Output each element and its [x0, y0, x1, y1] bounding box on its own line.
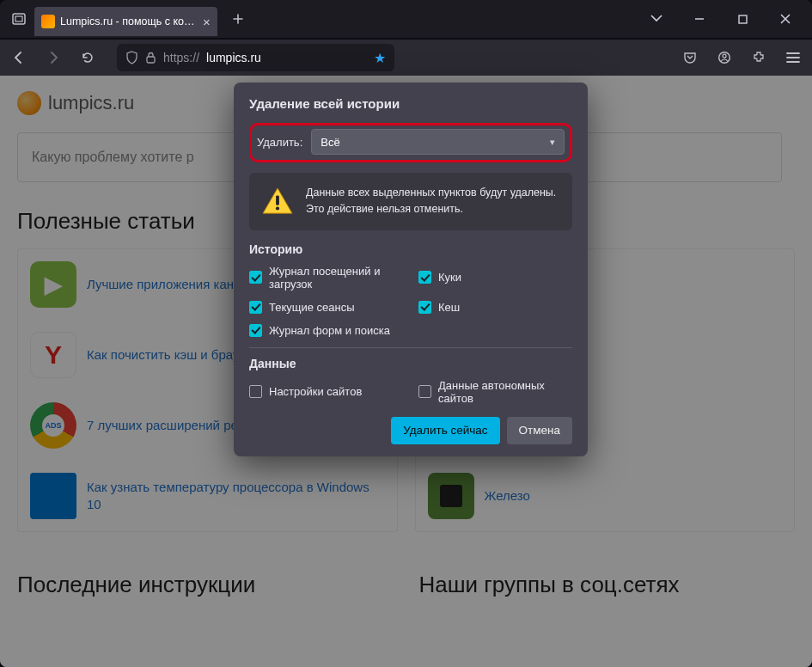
section-history-label: Историю	[249, 242, 572, 256]
new-tab-button[interactable]	[226, 7, 250, 31]
maximize-button[interactable]	[723, 1, 762, 37]
checkbox-visits[interactable]: Журнал посещений и загрузок	[249, 265, 403, 291]
forward-button[interactable]	[40, 44, 67, 71]
time-range-row-highlight: Удалить: Всё ▾	[249, 123, 572, 162]
checkbox-cookies[interactable]: Куки	[418, 265, 572, 291]
favicon	[41, 15, 55, 28]
url-protocol: https://	[163, 51, 199, 64]
time-range-value: Всё	[321, 136, 339, 149]
chevron-down-icon: ▾	[550, 137, 555, 148]
nav-toolbar: https://lumpics.ru ★	[0, 40, 812, 76]
save-to-pocket-button[interactable]	[676, 44, 704, 71]
back-button[interactable]	[5, 44, 33, 71]
minimize-button[interactable]	[680, 1, 719, 37]
recent-tabs-button[interactable]	[7, 7, 31, 31]
svg-rect-1	[15, 16, 22, 21]
extensions-button[interactable]	[745, 44, 772, 71]
url-host: lumpics.ru	[206, 51, 261, 64]
shield-icon	[125, 51, 138, 64]
checkbox-site-settings[interactable]: Настройки сайтов	[249, 379, 403, 405]
app-menu-button[interactable]	[779, 44, 807, 71]
cancel-button[interactable]: Отмена	[507, 417, 572, 444]
list-all-tabs-button[interactable]	[637, 1, 676, 37]
warning-box: Данные всех выделенных пунктов будут уда…	[249, 173, 572, 230]
reload-button[interactable]	[74, 44, 101, 71]
checkbox-forms[interactable]: Журнал форм и поиска	[249, 324, 572, 337]
browser-window: Lumpics.ru - помощь с компь × https://lu…	[0, 0, 812, 667]
dialog-title: Удаление всей истории	[249, 96, 572, 111]
svg-rect-2	[739, 15, 747, 23]
warning-icon	[261, 187, 294, 216]
tab-close-icon[interactable]: ×	[203, 15, 211, 28]
tab-title: Lumpics.ru - помощь с компь	[60, 15, 198, 28]
warning-text-1: Данные всех выделенных пунктов будут уда…	[306, 185, 556, 201]
clear-history-dialog: Удаление всей истории Удалить: Всё ▾ Дан…	[234, 83, 588, 456]
svg-point-5	[723, 54, 726, 58]
lock-icon	[145, 52, 156, 64]
checkbox-cache[interactable]: Кеш	[418, 301, 572, 314]
svg-point-8	[276, 206, 279, 210]
url-bar[interactable]: https://lumpics.ru ★	[117, 44, 394, 71]
warning-text-2: Это действие нельзя отменить.	[306, 201, 556, 217]
section-data-label: Данные	[249, 357, 572, 370]
svg-rect-7	[276, 195, 279, 205]
bookmark-star-icon[interactable]: ★	[374, 50, 386, 66]
checkbox-sessions[interactable]: Текущие сеансы	[249, 301, 403, 314]
checkbox-offline-data[interactable]: Данные автономных сайтов	[418, 379, 572, 405]
clear-now-button[interactable]: Удалить сейчас	[391, 417, 499, 444]
window-close-button[interactable]	[766, 1, 805, 37]
svg-rect-0	[13, 14, 25, 24]
time-range-label: Удалить:	[257, 136, 302, 149]
time-range-select[interactable]: Всё ▾	[311, 129, 565, 155]
browser-tab[interactable]: Lumpics.ru - помощь с компь ×	[34, 7, 217, 36]
account-button[interactable]	[711, 44, 738, 71]
svg-rect-3	[147, 57, 155, 63]
title-bar: Lumpics.ru - помощь с компь ×	[0, 0, 812, 38]
